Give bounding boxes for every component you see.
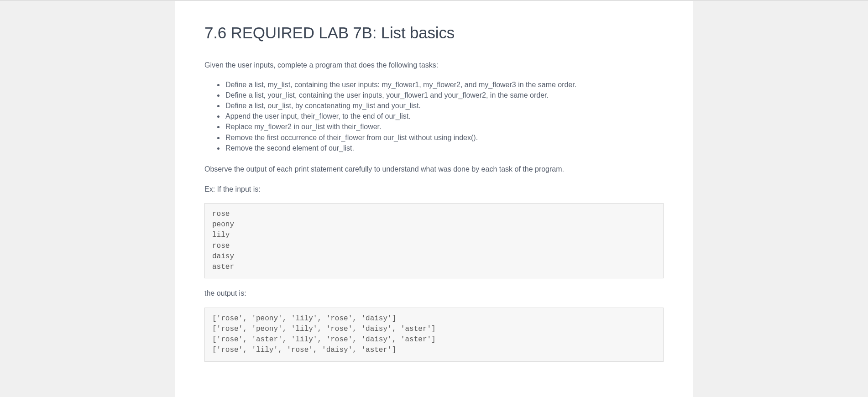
observe-paragraph: Observe the output of each print stateme… [204, 163, 664, 175]
example-input-block: rose peony lily rose daisy aster [204, 203, 664, 278]
list-item: Remove the second element of our_list. [225, 143, 664, 153]
list-item: Remove the first occurrence of their_flo… [225, 132, 664, 143]
example-output-block: ['rose', 'peony', 'lily', 'rose', 'daisy… [204, 308, 664, 362]
list-item: Replace my_flower2 in our_list with thei… [225, 121, 664, 132]
example-input-label: Ex: If the input is: [204, 183, 664, 195]
list-item: Define a list, your_list, containing the… [225, 90, 664, 100]
output-label: the output is: [204, 287, 664, 299]
list-item: Define a list, our_list, by concatenatin… [225, 100, 664, 111]
task-list: Define a list, my_list, containing the u… [225, 79, 664, 153]
list-item: Append the user input, their_flower, to … [225, 111, 664, 121]
intro-paragraph: Given the user inputs, complete a progra… [204, 59, 664, 71]
content-container: 7.6 REQUIRED LAB 7B: List basics Given t… [175, 1, 693, 397]
page-title: 7.6 REQUIRED LAB 7B: List basics [204, 24, 664, 42]
list-item: Define a list, my_list, containing the u… [225, 79, 664, 90]
